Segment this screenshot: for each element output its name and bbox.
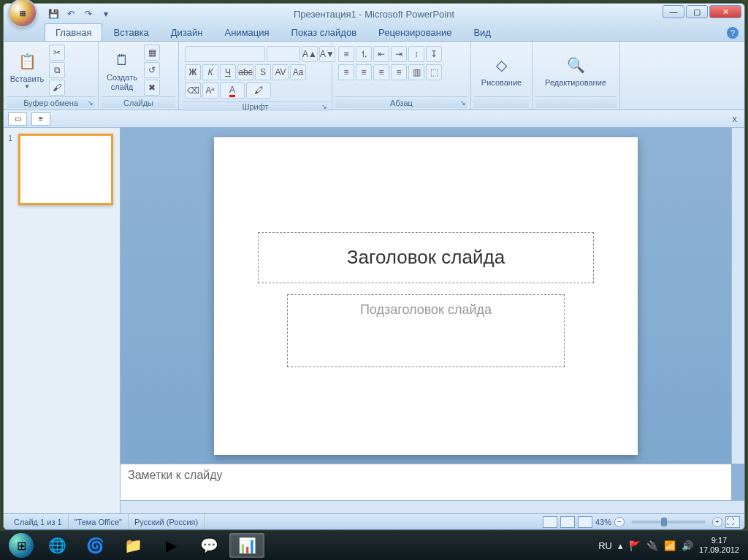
network-icon[interactable]: 📶 bbox=[664, 540, 676, 551]
char-format-icon[interactable]: Aᵃ bbox=[202, 83, 218, 99]
grow-font-icon[interactable]: A▲ bbox=[302, 46, 318, 62]
tray-expand-icon[interactable]: ▴ bbox=[618, 540, 623, 551]
bold-icon[interactable]: Ж bbox=[185, 64, 201, 80]
normal-view-button[interactable] bbox=[543, 516, 557, 528]
align-right-icon[interactable]: ≡ bbox=[373, 64, 389, 80]
indent-dec-icon[interactable]: ⇤ bbox=[373, 46, 389, 62]
taskbar-chrome[interactable]: 🌐 bbox=[39, 533, 75, 558]
group-clipboard: 📋 Вставить ▼ ✂ ⧉ 🖌 Буфер обмена↘ bbox=[4, 42, 99, 110]
justify-icon[interactable]: ≡ bbox=[391, 64, 407, 80]
taskbar-mediaplayer[interactable]: ▶ bbox=[153, 533, 188, 558]
tab-insert[interactable]: Вставка bbox=[102, 23, 159, 41]
line-spacing-icon[interactable]: ↕ bbox=[408, 46, 424, 62]
slide[interactable]: Заголовок слайда Подзаголовок слайда bbox=[214, 137, 638, 455]
font-color-icon[interactable]: A bbox=[220, 83, 245, 99]
align-center-icon[interactable]: ≡ bbox=[356, 64, 372, 80]
italic-icon[interactable]: К bbox=[202, 64, 218, 80]
change-case-icon[interactable]: Aa bbox=[290, 64, 306, 80]
qat-customize-icon[interactable]: ▾ bbox=[99, 7, 113, 21]
language-indicator[interactable]: Русский (Россия) bbox=[129, 514, 205, 529]
copy-icon[interactable]: ⧉ bbox=[49, 62, 65, 78]
slide-counter: Слайд 1 из 1 bbox=[8, 514, 69, 529]
strike-icon[interactable]: abc bbox=[237, 64, 253, 80]
zoom-slider[interactable] bbox=[632, 521, 705, 523]
launcher-icon[interactable]: ↘ bbox=[88, 99, 94, 107]
highlight-icon[interactable]: 🖍 bbox=[246, 83, 271, 99]
redo-icon[interactable]: ↷ bbox=[81, 7, 96, 21]
layout-icon[interactable]: ▦ bbox=[144, 45, 160, 61]
start-button[interactable]: ⊞ bbox=[4, 531, 38, 560]
zoom-out-button[interactable]: − bbox=[614, 517, 625, 527]
outline-pane-tab[interactable]: ≡ bbox=[31, 112, 50, 126]
notes-pane[interactable]: Заметки к слайду bbox=[121, 464, 731, 500]
window-controls: — ▢ ✕ bbox=[663, 5, 741, 18]
pane-close-icon[interactable]: x bbox=[730, 113, 741, 124]
drawing-button[interactable]: ◇ Рисование bbox=[474, 45, 529, 96]
spacing-icon[interactable]: AV bbox=[272, 64, 289, 80]
ribbon: 📋 Вставить ▼ ✂ ⧉ 🖌 Буфер обмена↘ 🗒 Созда… bbox=[4, 42, 744, 110]
flag-icon[interactable]: 🚩 bbox=[629, 540, 641, 551]
tab-view[interactable]: Вид bbox=[462, 23, 502, 41]
thumbnail-item[interactable]: 1 bbox=[8, 134, 115, 205]
slide-thumbnails: 1 bbox=[4, 128, 121, 513]
taskbar-ie[interactable]: 🌀 bbox=[77, 533, 112, 558]
smartart-icon[interactable]: ⬚ bbox=[426, 64, 442, 80]
tab-review[interactable]: Рецензирование bbox=[367, 23, 462, 41]
launcher-icon[interactable]: ↘ bbox=[321, 103, 327, 110]
editing-button[interactable]: 🔍 Редактирование bbox=[535, 45, 616, 96]
fit-window-button[interactable]: ⛶ bbox=[725, 516, 740, 528]
new-slide-button[interactable]: 🗒 Создать слайд bbox=[102, 45, 142, 96]
paste-button[interactable]: 📋 Вставить ▼ bbox=[7, 45, 47, 96]
ribbon-tabs: Главная Вставка Дизайн Анимация Показ сл… bbox=[4, 24, 744, 42]
cut-icon[interactable]: ✂ bbox=[49, 45, 65, 61]
launcher-icon[interactable]: ↘ bbox=[460, 99, 466, 107]
title-placeholder[interactable]: Заголовок слайда bbox=[258, 232, 594, 283]
taskbar-skype[interactable]: 💬 bbox=[191, 533, 226, 558]
horizontal-scrollbar[interactable] bbox=[121, 500, 744, 513]
underline-icon[interactable]: Ч bbox=[220, 64, 236, 80]
time-text: 9:17 bbox=[699, 536, 739, 545]
zoom-thumb[interactable] bbox=[661, 518, 667, 526]
vertical-scrollbar[interactable] bbox=[731, 128, 744, 464]
sorter-view-button[interactable] bbox=[560, 516, 575, 528]
undo-icon[interactable]: ↶ bbox=[64, 7, 78, 21]
taskbar-explorer[interactable]: 📁 bbox=[115, 533, 150, 558]
help-icon[interactable]: ? bbox=[727, 27, 739, 39]
taskbar-powerpoint[interactable]: 📊 bbox=[229, 533, 264, 558]
numbering-icon[interactable]: ⒈ bbox=[356, 46, 372, 62]
close-button[interactable]: ✕ bbox=[709, 5, 741, 18]
clear-format-icon[interactable]: ⌫ bbox=[185, 83, 201, 99]
delete-slide-icon[interactable]: ✖ bbox=[144, 80, 160, 96]
work-area: 1 Заголовок слайда Подзаголовок слайда З… bbox=[4, 128, 744, 513]
clock[interactable]: 9:17 17.09.2012 bbox=[699, 536, 739, 555]
tab-home[interactable]: Главная bbox=[45, 23, 102, 41]
save-icon[interactable]: 💾 bbox=[46, 7, 61, 21]
slideshow-view-button[interactable] bbox=[578, 516, 592, 528]
font-family-select[interactable] bbox=[185, 46, 265, 62]
subtitle-placeholder[interactable]: Подзаголовок слайда bbox=[287, 294, 565, 367]
thumbnail-preview[interactable] bbox=[18, 134, 113, 205]
align-left-icon[interactable]: ≡ bbox=[338, 64, 354, 80]
bullets-icon[interactable]: ≡ bbox=[338, 46, 354, 62]
font-size-select[interactable] bbox=[267, 46, 300, 62]
tab-slideshow[interactable]: Показ слайдов bbox=[280, 23, 368, 41]
tab-animations[interactable]: Анимация bbox=[214, 23, 280, 41]
shadow-icon[interactable]: S bbox=[255, 64, 271, 80]
new-slide-label: Создать слайд bbox=[107, 73, 137, 91]
power-icon[interactable]: 🔌 bbox=[646, 540, 658, 551]
zoom-in-button[interactable]: + bbox=[712, 517, 722, 527]
minimize-button[interactable]: — bbox=[663, 5, 684, 18]
slide-canvas-area[interactable]: Заголовок слайда Подзаголовок слайда bbox=[121, 128, 731, 464]
text-direction-icon[interactable]: ↧ bbox=[426, 46, 442, 62]
maximize-button[interactable]: ▢ bbox=[686, 5, 708, 18]
volume-icon[interactable]: 🔊 bbox=[682, 540, 693, 551]
quick-access-toolbar: 💾 ↶ ↷ ▾ bbox=[46, 7, 113, 21]
tab-design[interactable]: Дизайн bbox=[160, 23, 214, 41]
indent-inc-icon[interactable]: ⇥ bbox=[391, 46, 407, 62]
columns-icon[interactable]: ▥ bbox=[408, 64, 424, 80]
lang-indicator[interactable]: RU bbox=[598, 540, 612, 551]
slides-pane-tab[interactable]: ▭ bbox=[8, 112, 27, 126]
reset-icon[interactable]: ↺ bbox=[144, 62, 160, 78]
group-drawing-label bbox=[474, 96, 529, 108]
format-painter-icon[interactable]: 🖌 bbox=[49, 80, 65, 96]
